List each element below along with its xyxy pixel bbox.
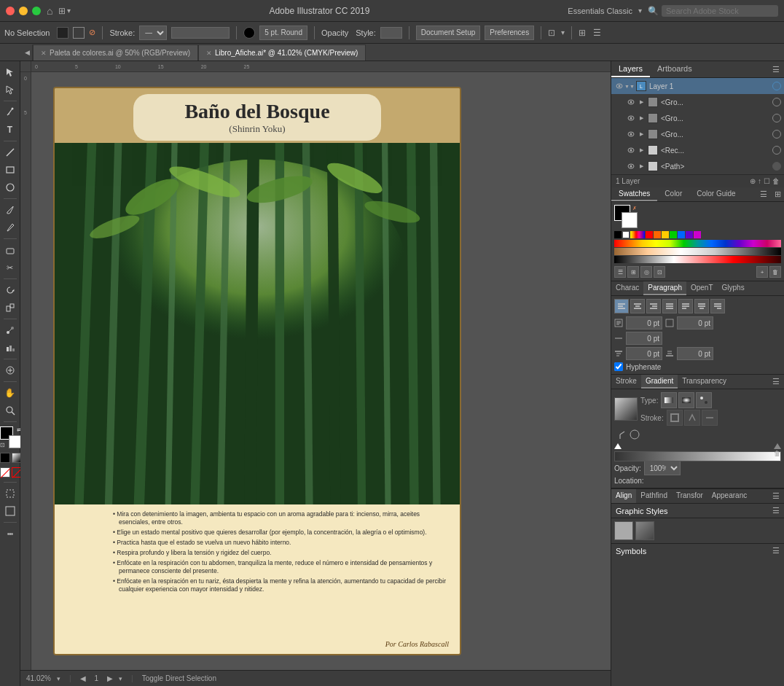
column-graph-tool[interactable] <box>2 340 18 356</box>
layer-rec-visibility-icon[interactable] <box>626 145 636 155</box>
layer-gro2-visibility-icon[interactable] <box>626 113 636 123</box>
change-screen-mode-btn[interactable] <box>2 503 18 519</box>
layer-gro3-target[interactable] <box>772 130 781 139</box>
graphic-style-item-2[interactable] <box>635 521 654 540</box>
no-fill-btn[interactable] <box>0 467 10 478</box>
more-tools-btn[interactable]: ••• <box>2 526 18 542</box>
right-indent-input[interactable] <box>677 316 713 330</box>
char-tab-paragraph[interactable]: Paragraph <box>643 281 686 295</box>
pathfinder-tab-btn[interactable]: Pathfind <box>636 489 672 503</box>
stroke-indicator-swatch[interactable] <box>622 212 638 228</box>
artboards-tab[interactable]: Artboards <box>650 61 699 77</box>
tab-libro[interactable]: ✕ Libro_Afiche.ai* @ 41.02% (CMYK/Previe… <box>198 44 366 61</box>
rotate-tool[interactable] <box>2 282 18 298</box>
brush-select-btn[interactable]: 5 pt. Round <box>259 26 307 40</box>
stroke-tab[interactable]: Stroke <box>611 375 641 389</box>
move-to-new-layer-btn[interactable]: ↑ <box>758 177 761 185</box>
layer-gro1-target[interactable] <box>772 98 781 106</box>
reset-colors-icon[interactable]: ⊡ <box>0 442 5 448</box>
layers-tab[interactable]: Layers <box>611 61 650 77</box>
workspace-arrow-icon[interactable]: ▾ <box>638 7 642 15</box>
layers-panel-menu-btn[interactable]: ☰ <box>768 62 784 77</box>
graphic-style-item-1[interactable] <box>614 521 633 540</box>
align-justify-btn[interactable] <box>662 299 677 313</box>
swatch-white[interactable] <box>622 231 630 238</box>
swatch-green[interactable] <box>670 231 677 238</box>
layer-row-rec[interactable]: ▶ <Rec... <box>611 142 784 158</box>
swatch-earth-band[interactable] <box>614 248 781 255</box>
pen-tool[interactable] <box>2 104 18 120</box>
swatch-grays-band[interactable] <box>614 256 781 263</box>
align-justify-right-btn[interactable] <box>710 299 725 313</box>
swatch-show-kinds-btn[interactable]: ⊞ <box>627 266 639 278</box>
eraser-tool[interactable] <box>2 242 18 258</box>
line-tool[interactable] <box>2 144 18 160</box>
align-justify-center-btn[interactable] <box>694 299 709 313</box>
color-tab[interactable]: Color <box>657 187 689 201</box>
swatch-purple[interactable] <box>686 231 693 238</box>
selection-tool[interactable] <box>2 64 18 80</box>
home-icon[interactable]: ⌂ <box>47 5 52 17</box>
swatches-grid-btn[interactable]: ⊞ <box>772 187 784 201</box>
layer-rec-target[interactable] <box>772 146 781 155</box>
gradient-stop-white[interactable] <box>614 443 622 449</box>
align-justify-left-btn[interactable] <box>678 299 693 313</box>
align-left-btn[interactable] <box>614 299 629 313</box>
gradient-type-radial-btn[interactable] <box>678 392 694 408</box>
gradient-tab[interactable]: Gradient <box>641 375 678 389</box>
space-before-input[interactable] <box>626 347 662 360</box>
char-tab-character[interactable]: Charac <box>611 281 643 295</box>
layer-gro1-visibility-icon[interactable] <box>626 97 636 107</box>
paintbrush-tool[interactable] <box>2 202 18 218</box>
stroke-weight-select[interactable]: — <box>139 26 167 40</box>
gradient-stroke-across-btn[interactable] <box>702 410 718 426</box>
align-panel-menu-btn[interactable]: ☰ <box>768 489 784 503</box>
arrange-arrow-icon[interactable]: ▾ <box>561 28 565 36</box>
zoom-arrow-icon[interactable]: ▾ <box>57 675 60 682</box>
preferences-btn[interactable]: Preferences <box>485 26 534 40</box>
graphic-styles-menu-btn[interactable]: ☰ <box>772 506 780 515</box>
delete-layer-btn[interactable]: 🗑 <box>772 177 780 185</box>
direct-selection-tool[interactable] <box>2 82 18 98</box>
close-button[interactable] <box>6 7 15 15</box>
stroke-swatch-toolbar[interactable] <box>73 27 85 39</box>
gradient-stop-black[interactable] <box>774 443 781 449</box>
workspace-list-icon[interactable]: ☰ <box>593 28 601 38</box>
swatch-red[interactable] <box>646 231 653 238</box>
blend-tool[interactable] <box>2 322 18 338</box>
layer-path-visibility-icon[interactable] <box>626 161 636 171</box>
char-tab-glyphs[interactable]: Glyphs <box>718 281 749 295</box>
panel-grid-icon[interactable]: ⊞ <box>58 6 66 16</box>
layer-gro3-expand-icon[interactable]: ▶ <box>638 130 645 138</box>
gradient-type-linear-btn[interactable] <box>661 392 677 408</box>
align-right-btn[interactable] <box>646 299 661 313</box>
color-guide-tab[interactable]: Color Guide <box>689 187 742 201</box>
gradient-delete-stop-btn[interactable]: 🗑 <box>773 449 781 458</box>
tab-close-libro[interactable]: ✕ <box>206 50 212 57</box>
swatch-delete-btn[interactable]: 🗑 <box>769 266 781 278</box>
layer-row-gro1[interactable]: ▶ <Gro... <box>611 94 784 110</box>
tab-paleta[interactable]: ✕ Paleta de colores.ai @ 50% (RGB/Previe… <box>33 44 198 61</box>
draw-inside-btn[interactable] <box>2 486 18 502</box>
swatches-panel-menu-btn[interactable]: ☰ <box>756 187 772 201</box>
swatch-spot-btn[interactable]: ◎ <box>640 266 652 278</box>
swatch-orange[interactable] <box>654 231 661 238</box>
maximize-button[interactable] <box>32 7 41 15</box>
prev-page-btn[interactable]: ◀ <box>80 674 86 682</box>
layer-path-expand-icon[interactable]: ▶ <box>638 163 645 170</box>
arrange-icon[interactable]: ⊡ <box>548 28 555 38</box>
page-arrow-icon[interactable]: ▾ <box>119 675 122 682</box>
tab-close-paleta[interactable]: ✕ <box>41 50 47 57</box>
solid-color-btn[interactable] <box>0 453 10 463</box>
swatches-tab[interactable]: Swatches <box>611 187 657 201</box>
swatch-rainbow-band[interactable] <box>614 240 781 247</box>
swatch-blue[interactable] <box>678 231 685 238</box>
tab-scroll-left[interactable]: ◀ <box>22 44 33 61</box>
canvas-content[interactable]: Baño del Bosque (Shinrin Yoku) <box>31 72 611 686</box>
align-tab-btn[interactable]: Align <box>611 489 636 503</box>
transform-tab-btn[interactable]: Transfor <box>672 489 707 503</box>
document-setup-btn[interactable]: Document Setup <box>416 26 481 40</box>
symbol-tool[interactable] <box>2 362 18 378</box>
swatch-spectrum[interactable] <box>630 231 645 238</box>
symbols-menu-btn[interactable]: ☰ <box>772 546 780 556</box>
